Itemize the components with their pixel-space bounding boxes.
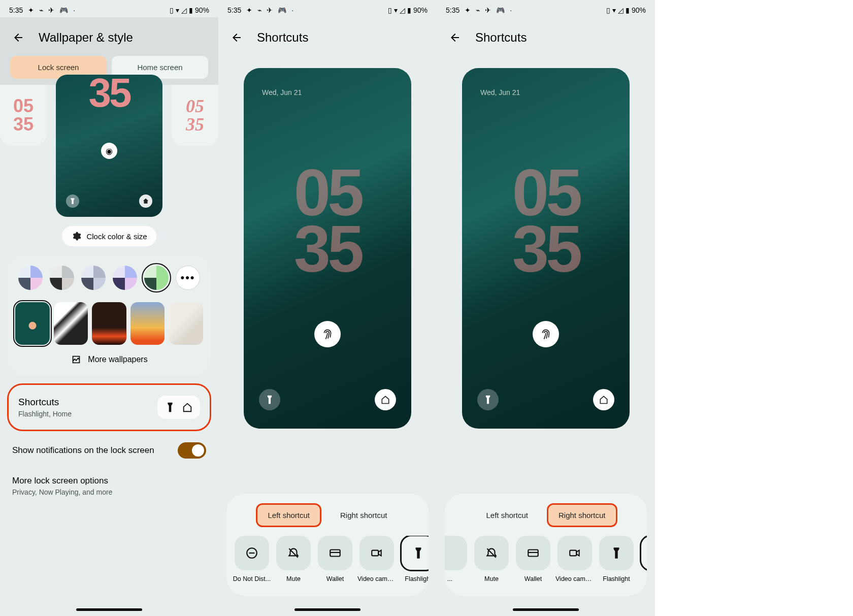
shortcut-option-dnd[interactable]: Do Not Dist... (233, 536, 271, 582)
signal-icon: ◿ (181, 6, 187, 14)
device-icon: ▯ (388, 6, 392, 14)
shortcut-panel: Left shortcut Right shortcut Do Not Dist… (226, 494, 429, 596)
color-swatch-1[interactable] (18, 266, 43, 290)
wallpaper-thumb-4[interactable] (130, 302, 165, 345)
gesture-bar[interactable] (513, 608, 579, 611)
map-icon: ⌁ (39, 6, 43, 14)
home-icon (182, 402, 193, 413)
toggle-on[interactable] (178, 442, 206, 459)
flashlight-icon (165, 402, 176, 413)
right-shortcut-preview (593, 389, 614, 410)
right-shortcut-preview (375, 389, 396, 410)
telegram-icon: ✈ (48, 6, 54, 14)
signal-icon: ◿ (618, 6, 624, 14)
more-colors-button[interactable]: ••• (176, 266, 200, 290)
more-wallpapers-button[interactable]: More wallpapers (15, 354, 203, 365)
back-button[interactable] (228, 29, 245, 46)
tab-right-shortcut[interactable]: Right shortcut (548, 505, 616, 526)
color-swatch-4[interactable] (113, 266, 137, 290)
color-swatch-5-selected[interactable] (144, 266, 169, 290)
slack-icon: ✦ (28, 6, 34, 14)
wallpaper-thumb-1[interactable] (15, 302, 50, 345)
video-camera-icon (370, 546, 383, 560)
flashlight-icon (66, 194, 79, 208)
shortcut-option-flashlight[interactable]: Flashlight (597, 536, 636, 582)
wifi-icon: ▾ (612, 6, 616, 14)
shortcut-option-wallet[interactable]: Wallet (514, 536, 552, 582)
mute-icon (485, 546, 498, 560)
video-camera-icon (568, 546, 581, 560)
shortcut-panel: Left shortcut Right shortcut ... Mute Wa… (445, 494, 647, 596)
telegram-icon: ✈ (485, 6, 491, 14)
status-bar: 5:35 ✦ ⌁ ✈ 🎮 · ▯ ▾ ◿ ▮ 90% (218, 0, 437, 17)
more-lockscreen-options-row[interactable]: More lock screen options Privacy, Now Pl… (0, 471, 218, 508)
color-card: ••• More wallpapers (8, 255, 210, 375)
page-title: Shortcuts (257, 30, 308, 45)
left-shortcut-preview (477, 389, 499, 410)
battery-icon: ▮ (407, 6, 411, 14)
preview-date: Wed, Jun 21 (262, 88, 302, 96)
clock-color-size-button[interactable]: Clock color & size (62, 226, 156, 246)
wallpaper-thumb-5[interactable] (169, 302, 203, 345)
battery-icon: ▮ (626, 6, 630, 14)
shortcut-option-video[interactable]: Video camera (357, 536, 396, 582)
shortcut-option-home-selected[interactable]: Home (639, 536, 647, 582)
controller-icon: 🎮 (278, 6, 286, 14)
controller-icon: 🎮 (59, 6, 68, 14)
shortcut-option-video[interactable]: Video camera (555, 536, 594, 582)
wallpaper-thumb-3[interactable] (92, 302, 126, 345)
wifi-icon: ▾ (176, 6, 179, 14)
tab-left-shortcut[interactable]: Left shortcut (257, 505, 320, 526)
controller-icon: 🎮 (496, 6, 505, 14)
lockscreen-preview-large: Wed, Jun 21 0535 (244, 68, 411, 429)
flashlight-icon (412, 546, 425, 560)
shortcut-option-partial[interactable]: ... (445, 536, 469, 582)
lockscreen-preview-large: Wed, Jun 21 0535 (462, 68, 630, 429)
shortcuts-row[interactable]: Shortcuts Flashlight, Home (8, 384, 210, 430)
wallpaper-thumb-2[interactable] (54, 302, 88, 345)
device-icon: ▯ (170, 6, 174, 14)
gesture-bar[interactable] (76, 608, 142, 611)
clock-style-prev[interactable]: 0535 (0, 85, 47, 146)
flashlight-icon (610, 546, 623, 560)
telegram-icon: ✈ (267, 6, 273, 14)
tab-right-shortcut[interactable]: Right shortcut (330, 505, 398, 526)
svg-rect-7 (570, 550, 576, 556)
status-bar: 5:35 ✦ ⌁ ✈ 🎮 · ▯ ▾ ◿ ▮ 90% (437, 0, 655, 17)
status-time: 5:35 (9, 6, 23, 14)
back-button[interactable] (10, 29, 26, 46)
shortcut-option-wallet[interactable]: Wallet (316, 536, 354, 582)
dot-icon: · (73, 6, 75, 14)
wifi-icon: ▾ (394, 6, 398, 14)
notifications-toggle-row[interactable]: Show notifications on the lock screen (0, 430, 218, 471)
arrow-back-icon (231, 31, 243, 44)
fingerprint-icon: ◉ (101, 143, 117, 159)
shortcut-option-mute[interactable]: Mute (274, 536, 313, 582)
shortcut-option-mute[interactable]: Mute (472, 536, 511, 582)
dot-icon: · (291, 6, 293, 14)
left-shortcut-preview (259, 389, 280, 410)
color-swatch-2[interactable] (50, 266, 74, 290)
color-swatch-3[interactable] (81, 266, 106, 290)
fingerprint-icon (314, 321, 341, 347)
lockscreen-preview[interactable]: 35 ◉ (56, 75, 162, 217)
tab-left-shortcut[interactable]: Left shortcut (476, 505, 538, 526)
arrow-back-icon (449, 31, 461, 44)
clock-style-next[interactable]: 0535 (172, 85, 218, 146)
gesture-bar[interactable] (294, 608, 360, 611)
image-icon (71, 354, 82, 365)
page-title: Shortcuts (475, 30, 527, 45)
dnd-icon (245, 546, 258, 560)
mute-icon (287, 546, 300, 560)
arrow-back-icon (12, 31, 24, 44)
page-title: Wallpaper & style (39, 30, 133, 45)
battery-icon: ▮ (189, 6, 193, 14)
slack-icon: ✦ (465, 6, 471, 14)
preview-date: Wed, Jun 21 (480, 88, 520, 96)
status-bar: 5:35 ✦ ⌁ ✈ 🎮 · ▯ ▾ ◿ ▮ 90% (0, 0, 218, 17)
wallet-icon (527, 546, 540, 560)
back-button[interactable] (447, 29, 463, 46)
map-icon: ⌁ (476, 6, 480, 14)
shortcut-option-flashlight-selected[interactable]: Flashlight (399, 536, 429, 582)
device-icon: ▯ (606, 6, 610, 14)
